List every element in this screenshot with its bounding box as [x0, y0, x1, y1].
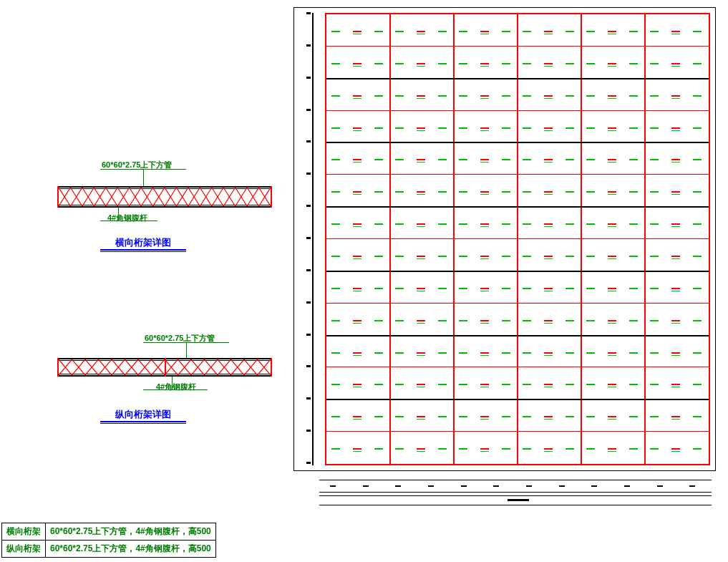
spec-desc: 60*60*2.75上下方管，4#角钢腹杆，高500 [46, 541, 216, 558]
truss2-callout-bottom: 4#角钢腹杆 [156, 382, 196, 392]
truss2-title: 纵向桁架详图 [100, 408, 186, 424]
bottom-dim-bar-lower [319, 495, 712, 505]
bottom-dim-bar-upper [319, 480, 712, 493]
spec-table: 横向桁架 60*60*2.75上下方管，4#角钢腹杆，高500 纵向桁架 60*… [1, 523, 216, 558]
truss2-diagonals [59, 359, 271, 375]
truss2-callout-top: 60*60*2.75上下方管 [145, 333, 215, 344]
table-row: 横向桁架 60*60*2.75上下方管，4#角钢腹杆，高500 [2, 523, 216, 541]
table-row: 纵向桁架 60*60*2.75上下方管，4#角钢腹杆，高500 [2, 541, 216, 558]
spec-label: 纵向桁架 [2, 541, 46, 558]
truss2-leader-top [186, 342, 187, 358]
truss1-callout-bottom: 4#角钢腹杆 [107, 213, 147, 223]
truss1-callout-top: 60*60*2.75上下方管 [102, 160, 172, 170]
spec-desc: 60*60*2.75上下方管，4#角钢腹杆，高500 [46, 523, 216, 541]
plan-grid-view [293, 7, 716, 471]
truss1-title: 横向桁架详图 [100, 236, 186, 252]
truss1-leader-top [143, 169, 144, 186]
truss1-diagonals [59, 188, 271, 206]
spec-label: 横向桁架 [2, 523, 46, 541]
truss-horizontal-detail [57, 186, 272, 208]
truss-vertical-detail [57, 358, 272, 377]
